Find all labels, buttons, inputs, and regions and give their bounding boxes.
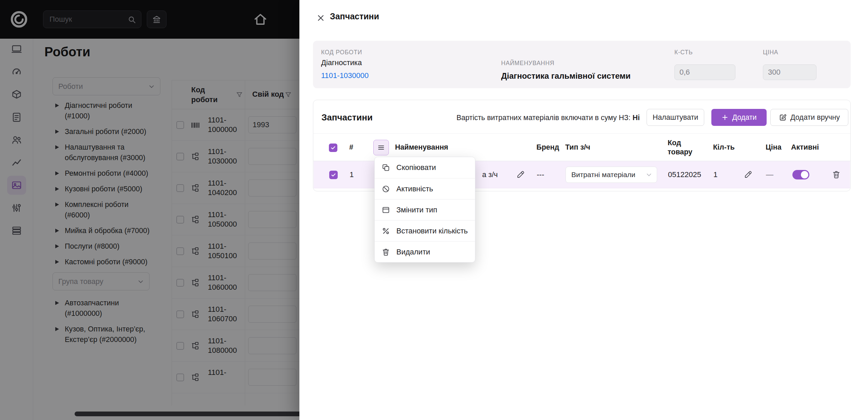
column-header-qty: Кіл-ть xyxy=(713,143,735,152)
active-toggle[interactable] xyxy=(792,170,809,179)
column-header-active: Активні xyxy=(791,143,819,152)
delete-row-trash-icon[interactable] xyxy=(832,170,841,179)
menu-item-activity[interactable]: Активність xyxy=(375,178,475,199)
row-checkbox[interactable] xyxy=(329,171,338,179)
chevron-down-icon xyxy=(645,171,653,178)
column-header-brand: Бренд xyxy=(536,143,559,152)
ban-icon xyxy=(381,185,390,193)
qty-label: К-СТЬ xyxy=(674,49,693,56)
part-qty: 1 xyxy=(713,170,717,179)
code-label: КОД РОБОТИ xyxy=(321,49,362,56)
column-header-name: Найменування xyxy=(395,143,448,152)
consumables-note: Вартість витратних матеріалів включати в… xyxy=(456,114,640,122)
price-label: ЦІНА xyxy=(763,49,778,56)
column-header-type: Тип з/ч xyxy=(565,143,590,152)
price-input[interactable] xyxy=(763,64,816,80)
consumables-value: Ні xyxy=(633,114,640,122)
menu-item-delete[interactable]: Видалити xyxy=(375,241,475,262)
name-label: НАЙМЕНУВАННЯ xyxy=(501,60,554,67)
add-part-button[interactable]: Додати xyxy=(711,109,767,126)
qty-input[interactable] xyxy=(674,64,735,80)
screen: Роботи Роботи Діагностичні роботи (#1000… xyxy=(0,0,868,420)
column-header-price: Ціна xyxy=(766,143,782,152)
change-type-icon xyxy=(381,206,390,214)
trash-icon xyxy=(381,248,390,256)
menu-item-set-quantity[interactable]: Встановити кількість xyxy=(375,220,475,241)
percent-icon xyxy=(381,227,390,235)
work-summary-card: КОД РОБОТИ Діагностика 1101-1030000 НАЙМ… xyxy=(313,41,851,88)
part-brand: --- xyxy=(537,170,544,179)
work-group-name: Діагностика xyxy=(321,58,362,67)
edit-qty-pencil-icon[interactable] xyxy=(744,170,753,179)
pencil-square-icon xyxy=(779,113,787,121)
menu-item-change-type[interactable]: Змінити тип xyxy=(375,199,475,220)
configure-button[interactable]: Налаштувати xyxy=(647,109,704,126)
column-header-index: # xyxy=(349,143,353,152)
row-index: 1 xyxy=(350,170,354,179)
close-icon[interactable] xyxy=(315,12,327,24)
work-code-link[interactable]: 1101-1030000 xyxy=(321,71,369,80)
add-manual-button[interactable]: Додати вручну xyxy=(770,109,848,126)
part-price: — xyxy=(766,170,773,179)
drawer-title: Запчастини xyxy=(330,12,379,21)
column-header-product-code: Код товару xyxy=(668,138,700,157)
parts-drawer: Запчастини КОД РОБОТИ Діагностика 1101-1… xyxy=(299,0,868,420)
work-name: Діагностика гальмівної системи xyxy=(501,71,631,81)
select-all-checkbox[interactable] xyxy=(329,144,337,152)
part-type-select[interactable]: Витратні матеріали xyxy=(566,167,657,183)
menu-item-copy[interactable]: Скопіювати xyxy=(375,157,475,178)
plus-icon xyxy=(721,114,729,121)
bulk-actions-menu-button[interactable] xyxy=(373,140,389,155)
copy-icon xyxy=(381,163,390,172)
section-title: Запчастини xyxy=(321,112,373,123)
product-code: 05122025 xyxy=(668,170,701,179)
edit-name-pencil-icon[interactable] xyxy=(516,170,525,179)
bulk-actions-menu: Скопіювати Активність Змінити тип Встано… xyxy=(374,157,475,263)
part-name-fragment: а з/ч xyxy=(482,170,498,179)
